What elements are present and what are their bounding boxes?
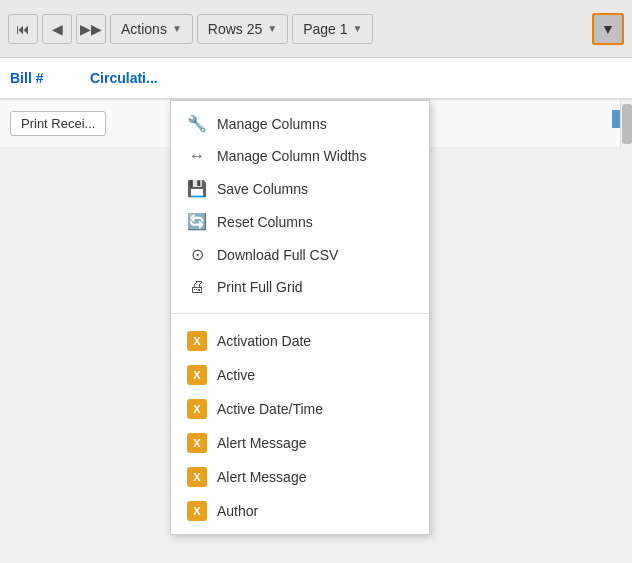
- reset-columns-label: Reset Columns: [217, 214, 313, 230]
- manage-widths-item[interactable]: ↔ Manage Column Widths: [171, 140, 429, 172]
- scrollbar-track[interactable]: [620, 100, 632, 148]
- page-dropdown[interactable]: Page 1 ▼: [292, 14, 373, 44]
- print-grid-item[interactable]: 🖨 Print Full Grid: [171, 271, 429, 303]
- column-toggle-item[interactable]: XAlert Message: [171, 460, 429, 494]
- first-page-button[interactable]: ⏮: [8, 14, 38, 44]
- reset-icon: 🔄: [187, 212, 207, 231]
- actions-arrow-icon: ▼: [172, 23, 182, 34]
- page-label: Page 1: [303, 21, 347, 37]
- download-csv-item[interactable]: ⊙ Download Full CSV: [171, 238, 429, 271]
- columns-arrow-icon: ▼: [601, 21, 615, 37]
- manage-columns-item[interactable]: 🔧 Manage Columns: [171, 107, 429, 140]
- save-columns-item[interactable]: 💾 Save Columns: [171, 172, 429, 205]
- content-area: Bill # Circulati... Print Recei... 🔧 Man…: [0, 58, 632, 563]
- menu-divider: [171, 313, 429, 314]
- actions-dropdown-menu: 🔧 Manage Columns ↔ Manage Column Widths …: [170, 100, 430, 535]
- column-toggle-label: Alert Message: [217, 469, 306, 485]
- rows-label: Rows 25: [208, 21, 262, 37]
- toolbar: ⏮ ◀ ▶▶ Actions ▼ Rows 25 ▼ Page 1 ▼ ▼: [0, 0, 632, 58]
- column-badge: X: [187, 365, 207, 385]
- print-icon: 🖨: [187, 278, 207, 296]
- columns-toggle-button[interactable]: ▼: [592, 13, 624, 45]
- save-columns-label: Save Columns: [217, 181, 308, 197]
- column-toggle-item[interactable]: XActivation Date: [171, 324, 429, 358]
- scrollbar-thumb[interactable]: [622, 104, 632, 144]
- column-toggle-label: Author: [217, 503, 258, 519]
- column-toggle-label: Active Date/Time: [217, 401, 323, 417]
- manage-columns-label: Manage Columns: [217, 116, 327, 132]
- manage-widths-label: Manage Column Widths: [217, 148, 366, 164]
- actions-dropdown[interactable]: Actions ▼: [110, 14, 193, 44]
- col-bill-header[interactable]: Bill #: [10, 70, 90, 86]
- page-arrow-icon: ▼: [353, 23, 363, 34]
- column-badge: X: [187, 399, 207, 419]
- col-circulation-header[interactable]: Circulati...: [90, 70, 158, 86]
- download-icon: ⊙: [187, 245, 207, 264]
- arrows-icon: ↔: [187, 147, 207, 165]
- prev-page-button[interactable]: ◀: [42, 14, 72, 44]
- rows-arrow-icon: ▼: [267, 23, 277, 34]
- table-header: Bill # Circulati...: [0, 58, 632, 100]
- rows-dropdown[interactable]: Rows 25 ▼: [197, 14, 288, 44]
- next-page-button[interactable]: ▶▶: [76, 14, 106, 44]
- column-badge: X: [187, 331, 207, 351]
- column-badge: X: [187, 467, 207, 487]
- row-indicator: [612, 110, 620, 128]
- column-toggle-item[interactable]: XAuthor: [171, 494, 429, 528]
- actions-label: Actions: [121, 21, 167, 37]
- column-toggle-item[interactable]: XActive: [171, 358, 429, 392]
- wrench-icon: 🔧: [187, 114, 207, 133]
- column-toggles-section: XActivation DateXActiveXActive Date/Time…: [171, 318, 429, 534]
- column-badge: X: [187, 433, 207, 453]
- table-body: Print Recei... 🔧 Manage Columns ↔ Manage…: [0, 100, 632, 148]
- reset-columns-item[interactable]: 🔄 Reset Columns: [171, 205, 429, 238]
- download-csv-label: Download Full CSV: [217, 247, 338, 263]
- column-toggle-item[interactable]: XActive Date/Time: [171, 392, 429, 426]
- print-receipt-button[interactable]: Print Recei...: [10, 111, 106, 136]
- column-toggle-label: Active: [217, 367, 255, 383]
- column-toggle-item[interactable]: XAlert Message: [171, 426, 429, 460]
- column-badge: X: [187, 501, 207, 521]
- save-icon: 💾: [187, 179, 207, 198]
- menu-actions-section: 🔧 Manage Columns ↔ Manage Column Widths …: [171, 101, 429, 309]
- column-toggle-label: Alert Message: [217, 435, 306, 451]
- print-grid-label: Print Full Grid: [217, 279, 303, 295]
- column-toggle-label: Activation Date: [217, 333, 311, 349]
